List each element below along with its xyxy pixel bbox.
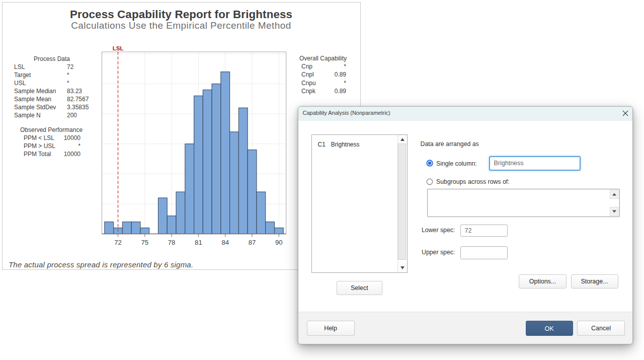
svg-text:LSL: LSL [113,45,124,51]
svg-text:87: 87 [249,239,256,246]
svg-text:84: 84 [221,239,229,246]
svg-text:75: 75 [141,239,148,246]
svg-text:72: 72 [114,239,122,246]
svg-text:78: 78 [168,239,176,246]
svg-text:90: 90 [275,239,283,246]
svg-text:81: 81 [195,239,202,246]
